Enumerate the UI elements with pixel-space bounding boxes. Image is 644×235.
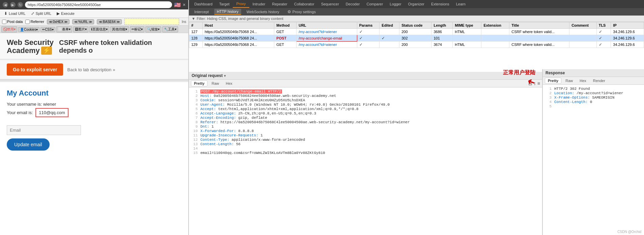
table-row[interactable]: 128 https://0a52005046b75068 24... POST … <box>189 35 644 42</box>
cell-ext <box>481 29 509 35</box>
hex-btn[interactable]: ≪ 0xHEX ≫ <box>47 19 69 24</box>
pageinfo-btn[interactable]: ℹ页面信息▾ <box>89 26 109 32</box>
refresh-button[interactable]: ↻ <box>18 2 23 7</box>
exploit-server-button[interactable]: Go to exploit server <box>7 63 63 76</box>
nav-target[interactable]: Target <box>216 1 233 7</box>
request-tab-pretty[interactable]: Pretty <box>191 80 207 86</box>
nav-comparer[interactable]: Comparer <box>363 1 386 7</box>
sub-http-history[interactable]: HTTP history <box>214 9 241 15</box>
wsa-logo-line2: Academy ⚡ <box>7 47 54 55</box>
cell-num: 128 <box>189 35 203 42</box>
back-lab-link[interactable]: Back to lab description » <box>67 67 115 72</box>
burp-subtoolbar: Intercept HTTP history WebSockets histor… <box>189 8 644 16</box>
cell-title: CSRF where token valid... <box>509 29 569 35</box>
nav-proxy[interactable]: Proxy <box>233 0 249 8</box>
forward-button[interactable]: ▶ <box>10 2 16 7</box>
line-content-11: Upgrade-Insecure-Requests: 1 <box>200 133 263 137</box>
nav-sequencer[interactable]: Sequencer <box>318 1 342 7</box>
ins-label: Ins <box>182 20 186 24</box>
post-data-check[interactable] <box>2 20 6 24</box>
execute-icon: ▶ <box>57 11 60 16</box>
nav-extensions[interactable]: Extensions <box>428 1 453 7</box>
menu-icon[interactable]: ≡ <box>537 81 540 86</box>
percent-btn[interactable]: ≪ %URL ≫ <box>72 19 94 24</box>
cell-host: https://0a52005046b75068 24... <box>202 29 274 35</box>
col-edited: Edited <box>380 22 399 29</box>
http-table-container: # Host Method URL Params Edited Status c… <box>189 22 644 69</box>
form-btn[interactable]: ⬜表单▾ <box>56 26 72 32</box>
burp-nav: Dashboard Target Proxy Intruder Repeater… <box>189 0 644 8</box>
proxy-settings-button[interactable]: Proxy settings <box>285 9 318 15</box>
request-tab-raw[interactable]: Raw <box>209 81 222 86</box>
cell-method: POST <box>274 35 297 42</box>
other-btn[interactable]: 其他功能▾ <box>110 26 129 32</box>
browser-bar: ◀ ▶ ↻ https://0a52005046b7506824ee500045… <box>0 0 188 9</box>
request-tab-hex[interactable]: Hex <box>223 81 235 86</box>
sub-intercept[interactable]: Intercept <box>192 9 212 15</box>
table-row[interactable]: 129 https://0a52005046b75068 24... GET /… <box>189 42 644 48</box>
email-input[interactable] <box>7 125 81 135</box>
split-url-item[interactable]: ⤢ Split URL <box>29 10 53 17</box>
cell-url: /my-account/change-email <box>297 35 357 42</box>
zoom-btn[interactable]: 🔍缩放▾ <box>145 26 161 32</box>
mark-btn[interactable]: ✏标记▾ <box>130 26 144 32</box>
filter-bar[interactable]: ▼ Filter: Hiding CSS, image and general … <box>189 16 644 22</box>
response-tab-raw[interactable]: Raw <box>563 78 576 83</box>
input-area[interactable] <box>124 19 179 25</box>
nav-intruder[interactable]: Intruder <box>249 1 269 7</box>
back-button[interactable]: ◀ <box>3 2 8 7</box>
browser-url[interactable]: https://0a52005046b7506824ee50004500ae <box>25 1 172 8</box>
nav-decoder[interactable]: Decoder <box>342 1 363 7</box>
wsa-header: Web Security Academy ⚡ CSRF where token … <box>0 33 188 60</box>
request-pane-title: Original request <box>192 73 223 78</box>
cell-comment <box>569 29 597 35</box>
line-num-4: 4 <box>191 103 198 107</box>
nav-dashboard[interactable]: Dashboard <box>191 1 216 7</box>
back-arrows-icon: » <box>113 67 115 72</box>
request-line-15: 15 email=110040qq.com&csrf=oWmLZWI5KLoAV… <box>191 151 540 155</box>
nav-repeater[interactable]: Repeater <box>269 1 290 7</box>
disable-btn[interactable]: 🚫禁用▾ <box>1 26 17 32</box>
table-row[interactable]: 127 https://0a52005046b75068 24... GET /… <box>189 29 644 35</box>
line-num-7: 7 <box>191 116 198 120</box>
line-content-8: Referer: https://0a52005046b75068C4lee50… <box>200 120 410 124</box>
request-pane-tabs: Pretty Raw Hex ⊟ ↕ ≡ <box>189 80 542 87</box>
referrer-check[interactable] <box>25 20 30 24</box>
refresh-icon[interactable]: × <box>183 2 186 7</box>
hex-left-arrow: ≪ <box>49 20 52 24</box>
sub-websockets-history[interactable]: WebSockets history <box>244 9 282 15</box>
cell-ip: 34.246.129.6 <box>611 29 644 35</box>
response-tab-hex[interactable]: Hex <box>577 78 589 83</box>
cell-comment <box>569 42 597 48</box>
response-tab-pretty[interactable]: Pretty <box>545 78 561 84</box>
response-tab-render[interactable]: Render <box>590 78 608 83</box>
nav-logger[interactable]: Logger <box>386 1 404 7</box>
cell-tls: ✓ <box>596 42 611 48</box>
execute-item[interactable]: ▶ Execute <box>55 10 77 17</box>
request-line-4: 4 User-Agent: Mozilla/5.0 (Windows NT 10… <box>191 103 540 107</box>
response-line-4: 4 Content-Length: 0 <box>545 100 642 104</box>
response-line-1: 1 HTTP/2 302 Found <box>545 87 642 91</box>
line-num-10: 10 <box>191 129 198 133</box>
nav-organizer[interactable]: Organizer <box>405 1 428 7</box>
col-ext: Extension <box>481 22 509 29</box>
css-btn[interactable]: ✏CSS▾ <box>40 27 55 32</box>
load-url-item[interactable]: ⬇ Load URL <box>2 10 28 17</box>
cookies-btn[interactable]: 👤Cookies▾ <box>18 27 39 32</box>
request-line-12: 12 Content-Type: application/x-www-form-… <box>191 138 540 142</box>
base64-btn[interactable]: ≪ BASE64 ≫ <box>97 19 122 24</box>
line-num-9: 9 <box>191 125 198 129</box>
response-pane-title: Response <box>545 71 565 75</box>
update-email-button[interactable]: Update email <box>7 138 50 151</box>
cell-params: ✓ <box>357 35 380 42</box>
nav-learn[interactable]: Learn <box>453 1 469 7</box>
tools-btn[interactable]: 🔧工具▾ <box>162 26 178 32</box>
line-content-9: Dnt: 1 <box>200 125 214 129</box>
my-account-title: My Account <box>7 89 181 98</box>
percent-left-arrow: ≪ <box>74 20 78 24</box>
annotation-container: 正常用户登陆 ➜ <box>503 69 535 87</box>
referrer-checkbox[interactable]: Referrer <box>25 20 44 24</box>
post-data-checkbox[interactable]: Post data <box>2 20 23 24</box>
nav-collaborator[interactable]: Collaborator <box>291 1 318 7</box>
image-btn[interactable]: 🖼图片▾ <box>73 26 88 32</box>
